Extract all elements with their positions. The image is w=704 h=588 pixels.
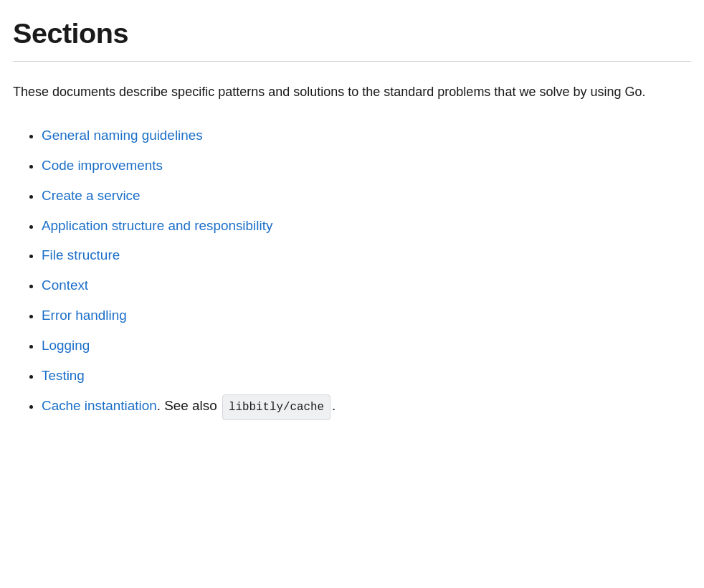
link-error-handling[interactable]: Error handling	[42, 308, 127, 323]
list-item: Logging	[42, 333, 691, 359]
link-file-structure[interactable]: File structure	[42, 247, 120, 262]
link-testing[interactable]: Testing	[42, 368, 85, 383]
list-item: Cache instantiation. See also libbitly/c…	[42, 393, 691, 420]
link-app-structure[interactable]: Application structure and responsibility	[42, 218, 272, 233]
cache-code-badge: libbitly/cache	[222, 394, 330, 420]
link-cache-instantiation[interactable]: Cache instantiation	[42, 398, 157, 413]
list-item: General naming guidelines	[42, 123, 691, 148]
list-item: Error handling	[42, 303, 691, 328]
list-item: Context	[42, 272, 691, 298]
list-item: Create a service	[42, 183, 691, 209]
page-title: Sections	[13, 17, 691, 49]
sections-list: General naming guidelines Code improveme…	[13, 123, 691, 420]
list-item: File structure	[42, 242, 691, 268]
list-item: Testing	[42, 363, 691, 389]
link-logging[interactable]: Logging	[42, 338, 90, 353]
page-description: These documents describe specific patter…	[13, 82, 658, 103]
cache-suffix-end: .	[332, 398, 336, 413]
list-item: Code improvements	[42, 153, 691, 179]
link-create-service[interactable]: Create a service	[42, 188, 141, 203]
link-general-naming[interactable]: General naming guidelines	[42, 128, 203, 143]
link-context[interactable]: Context	[42, 278, 88, 293]
section-divider	[13, 61, 691, 62]
cache-suffix: . See also	[157, 398, 221, 413]
list-item: Application structure and responsibility	[42, 213, 691, 239]
link-code-improvements[interactable]: Code improvements	[42, 158, 163, 173]
